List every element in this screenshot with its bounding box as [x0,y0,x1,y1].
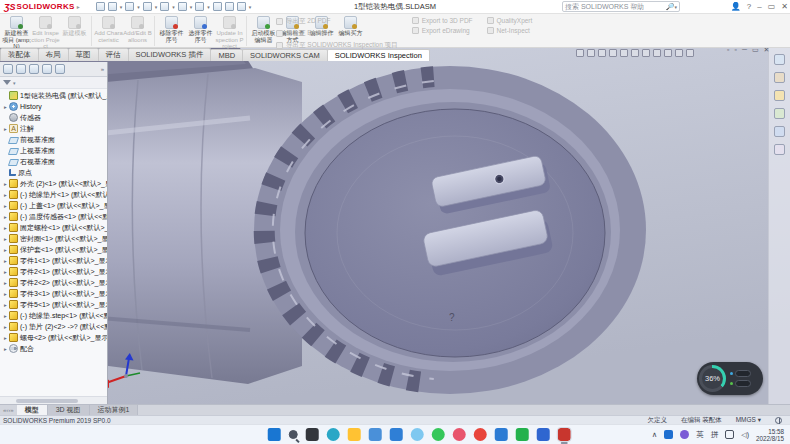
tree-item[interactable]: ▸ (-) 垫片 (2)<2> ->? (默认<<默认 [0,321,107,332]
task-pane-tab-icon[interactable] [774,144,785,155]
volume-icon[interactable]: ◁) [741,431,749,439]
expand-arrow-icon[interactable]: ▸ [2,225,9,231]
expand-arrow-icon[interactable]: ▸ [2,181,9,187]
task-pane-tab-icon[interactable] [774,72,785,83]
taskbar-app-icon[interactable] [268,428,281,441]
open-file-icon[interactable] [125,2,134,11]
tree-item[interactable]: ▸ 配合 [0,343,107,354]
taskbar-app-icon[interactable] [289,430,298,439]
tree-item[interactable]: ▸ (-) 绝缘垫片<1> (默认<<默认>_显 [0,189,107,200]
taskbar-app-icon[interactable] [516,428,529,441]
save-icon[interactable] [143,2,152,11]
document-tab[interactable]: 3D 视图 [48,405,90,415]
tree-item[interactable]: ▸ (-) 上盖<1> (默认<<默认>_显示状 [0,200,107,211]
expand-arrow-icon[interactable]: ▸ [2,280,9,286]
ribbon-button[interactable]: Edit Inspection Project [31,15,60,50]
headsup-icon[interactable] [642,49,650,57]
expand-arrow-icon[interactable]: ▸ [2,214,9,220]
tree-item[interactable]: ▸ 前视基准面 [0,134,107,145]
taskbar-app-icon[interactable] [558,428,571,441]
tree-item[interactable]: ▸ (-) 绝缘垫.step<1> (默认<<默认> [0,310,107,321]
rebuild-icon[interactable] [213,2,222,11]
headsup-icon[interactable] [609,49,617,57]
taskbar-app-icon[interactable] [474,428,487,441]
search-input[interactable]: 搜索 SOLIDWORKS 帮助 🔎 ▾ [562,1,680,12]
taskbar-clock[interactable]: 15:58 2022/8/15 [756,428,784,442]
ribbon-tab[interactable]: 装配体 [0,48,39,61]
headsup-icon[interactable] [587,49,595,57]
logo-expand-arrow[interactable]: ▸ [77,3,80,10]
tree-item[interactable]: ▸ 右视基准面 [0,156,107,167]
minimize-button[interactable]: – [757,0,761,14]
expand-arrow-icon[interactable]: ▸ [2,126,9,132]
tree-item[interactable]: ▸ 零件1<1> (默认<<默认>_显示状态 [0,255,107,266]
taskbar-app-icon[interactable] [348,428,361,441]
expand-arrow-icon[interactable]: ▸ [2,269,9,275]
touch-keyboard-icon[interactable] [725,430,734,439]
expand-arrow-icon[interactable]: ▸ [2,104,9,110]
ribbon-button[interactable]: 启动模板编辑器 [249,15,278,43]
recorder-button-top[interactable] [735,370,751,377]
tree-item[interactable]: ▸ (-) 温度传感器<1> (默认<<默认>_ [0,211,107,222]
expand-arrow-icon[interactable]: ▸ [2,291,9,297]
tree-item[interactable]: ▸ 零件5<1> (默认<<默认>_显示状态 [0,299,107,310]
ribbon-button[interactable]: 新建检查项目 (amp;N) [2,15,31,50]
close-button[interactable]: ✕ [781,0,788,14]
taskbar-app-icon[interactable] [369,428,382,441]
home-icon[interactable] [96,2,105,11]
export-menu-item[interactable]: 导出至 2D PDF [276,17,398,26]
tree-item[interactable]: ▸ 密封圈<1> (默认<<默认>_显示状态 [0,233,107,244]
recorder-button-bottom[interactable] [735,380,751,387]
panel-more-arrow-icon[interactable]: » [101,66,104,72]
headsup-icon[interactable] [576,49,584,57]
headsup-icon[interactable] [686,49,694,57]
ribbon-button[interactable]: 选择零件序号 [186,15,215,43]
file-properties-icon[interactable] [225,2,234,11]
ribbon-tab[interactable]: 草图 [68,48,99,61]
recorder-widget[interactable]: 36% [697,362,763,395]
taskbar-app-icon[interactable] [495,428,508,441]
search-icon[interactable]: 🔎 [666,3,675,11]
scrollbar-thumb[interactable] [16,399,78,403]
tree-item[interactable]: ▸ 原点 [0,167,107,178]
expand-arrow-icon[interactable]: ▸ [2,236,9,242]
tree-horizontal-scrollbar[interactable] [0,396,107,404]
tree-item[interactable]: ▸ 零件3<1> (默认<<默认>_显示状态 [0,288,107,299]
tree-item[interactable]: ▸ 传感器 [0,112,107,123]
taskbar-app-icon[interactable] [306,428,319,441]
globe-icon[interactable] [775,417,782,424]
featuremanager-tree-icon[interactable] [3,64,13,74]
undo-icon[interactable] [178,2,187,11]
tree-item[interactable]: ▸ 保护套<1> (默认<<默认>_显示状态 [0,244,107,255]
document-tab[interactable]: 模型 [17,405,48,415]
search-caret-icon[interactable]: ▾ [674,4,677,10]
export-menu-item[interactable]: Net-Inspect [487,27,533,34]
expand-arrow-icon[interactable]: ▸ [2,192,9,198]
ribbon-tab[interactable]: MBD [210,49,243,61]
units-selector[interactable]: MMGS ▾ [736,416,761,424]
restore-button[interactable]: ▭ [768,0,776,14]
tree-item[interactable]: ▸ 零件2<2> (默认<<默认>_显示状态 [0,277,107,288]
tree-item[interactable]: ▸ 1型铠装热电偶 (默认<默认_显示状态-1 [0,90,107,101]
expand-arrow-icon[interactable]: ▸ [2,335,9,341]
export-menu-item[interactable]: QualityXpert [487,17,533,24]
onedrive-icon[interactable] [664,430,673,439]
taskbar-app-icon[interactable] [453,428,466,441]
filter-caret-icon[interactable]: ▾ [13,80,16,86]
taskbar-app-icon[interactable] [411,428,424,441]
tree-item[interactable]: ▸ 零件2<1> (默认<<默认>_显示状态 [0,266,107,277]
expand-arrow-icon[interactable]: ▸ [2,258,9,264]
task-pane-tab-icon[interactable] [774,90,785,101]
displaymanager-icon[interactable] [55,64,65,74]
ribbon-button[interactable]: Add Characteristic [94,15,123,43]
tree-item[interactable]: ▸ 外壳 (2)<1> (默认<<默认>_显示状 [0,178,107,189]
security-icon[interactable] [680,430,689,439]
export-menu-item[interactable]: 导出至 Excel [276,29,398,38]
propertymanager-icon[interactable] [16,64,26,74]
headsup-icon[interactable] [620,49,628,57]
export-menu-item[interactable]: Export eDrawing [412,27,473,34]
ribbon-tab[interactable]: 评估 [98,48,129,61]
task-pane-tab-icon[interactable] [774,126,785,137]
task-pane-tab-icon[interactable] [774,108,785,119]
ribbon-tab[interactable]: SOLIDWORKS 插件 [128,48,212,61]
